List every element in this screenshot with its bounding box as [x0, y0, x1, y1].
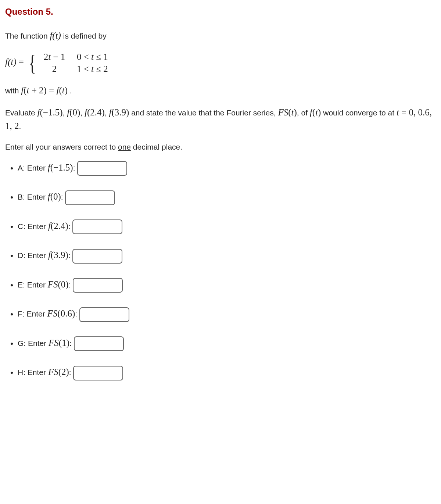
item-e-fn: FS [48, 279, 58, 289]
sep2: , [80, 108, 85, 117]
item-c-colon: : [68, 222, 73, 230]
intro-fn: f(t) [50, 31, 61, 40]
answer-item-c: C: Enter f(2.4): [18, 219, 436, 234]
item-e-colon: : [69, 280, 73, 289]
answer-item-e: E: Enter FS(0): [18, 278, 436, 293]
piecewise-row-2: 2 1 < t ≤ 2 [40, 63, 121, 75]
answer-item-b: B: Enter f(0): [18, 190, 436, 205]
sep1: , [63, 108, 67, 117]
item-d-label: D: Enter [18, 251, 48, 260]
item-g-label: G: Enter [18, 339, 49, 347]
precision-b: decimal place. [131, 143, 182, 151]
eval-text-3: , of [297, 108, 310, 117]
eval-text-4: would converge to at [321, 108, 396, 117]
item-c-label: C: Enter [18, 222, 48, 230]
periodic-suffix: . [68, 86, 72, 95]
answer-list: A: Enter f(−1.5): B: Enter f(0): C: Ente… [5, 161, 436, 380]
input-g[interactable] [74, 336, 124, 351]
item-d-fn: f [48, 250, 51, 260]
item-h-fn: FS [48, 367, 58, 377]
answer-item-f: F: Enter FS(0.6): [18, 307, 436, 322]
eval-text-5: . [19, 122, 21, 131]
precision-note: Enter all your answers correct to one de… [5, 141, 436, 153]
item-d-colon: : [68, 251, 73, 260]
precision-one: one [118, 143, 131, 151]
precision-a: Enter all your answers correct to [5, 143, 118, 151]
input-f[interactable] [79, 307, 129, 322]
piecewise-row-1: 2t − 1 0 < t ≤ 1 [40, 51, 121, 63]
eval-text-2: and state the value that the Fourier ser… [129, 108, 278, 117]
item-h-colon: : [69, 368, 74, 376]
row2-cond: 1 < t ≤ 2 [77, 63, 121, 75]
item-b-fn: f [48, 192, 50, 201]
piecewise-definition: f(t) = { 2t − 1 0 < t ≤ 1 2 1 < t ≤ 2 [5, 51, 436, 76]
row1-cond: 0 < t ≤ 1 [77, 51, 121, 63]
piecewise-rows: 2t − 1 0 < t ≤ 1 2 1 < t ≤ 2 [40, 51, 121, 76]
input-c[interactable] [72, 219, 122, 234]
piecewise-brace-group: { 2t − 1 0 < t ≤ 1 2 1 < t ≤ 2 [26, 51, 121, 76]
item-b-colon: : [61, 193, 65, 201]
left-brace-icon: { [29, 51, 36, 74]
item-a-fn: f [48, 162, 50, 172]
answer-item-d: D: Enter f(3.9): [18, 248, 436, 263]
eval-fs: FS [278, 107, 288, 117]
periodic-prefix: with [5, 86, 21, 95]
item-f-label: F: Enter [18, 310, 47, 318]
item-c-fn: f [48, 221, 51, 231]
intro-tail: is defined by [61, 32, 107, 40]
periodic-condition: with f(t + 2) = f(t) . [5, 83, 436, 97]
row1-expr: 2t − 1 [40, 51, 69, 63]
item-a-label: A: Enter [18, 164, 48, 172]
question-title: Question 5. [5, 5, 436, 18]
eval-f1: f [37, 107, 40, 117]
intro-text: The function [5, 32, 50, 40]
answer-item-h: H: Enter FS(2): [18, 365, 436, 380]
eval-teq: t [397, 107, 399, 117]
item-f-fn: FS [47, 308, 58, 318]
item-e-label: E: Enter [18, 280, 48, 289]
item-b-label: B: Enter [18, 193, 48, 201]
eval-text-1: Evaluate [5, 108, 37, 117]
sep3: , [105, 108, 109, 117]
input-e[interactable] [73, 278, 123, 293]
input-h[interactable] [73, 366, 123, 380]
answer-item-g: G: Enter FS(1): [18, 336, 436, 351]
item-h-label: H: Enter [18, 368, 48, 376]
evaluate-paragraph: Evaluate f(−1.5), f(0), f(2.4), f(3.9) a… [5, 106, 436, 133]
input-a[interactable] [77, 161, 127, 176]
item-f-colon: : [75, 310, 79, 318]
intro-paragraph: The function f(t) is defined by [5, 29, 436, 43]
row2-expr: 2 [40, 63, 69, 75]
eval-ft: f [310, 107, 312, 117]
answer-item-a: A: Enter f(−1.5): [18, 161, 436, 176]
equals-sign: = [17, 57, 26, 67]
piecewise-lhs: f(t) [5, 57, 17, 67]
eval-f3: f [85, 107, 87, 117]
item-g-colon: : [69, 339, 74, 347]
input-b[interactable] [65, 190, 115, 205]
item-g-fn: FS [49, 338, 59, 348]
item-a-colon: : [73, 164, 78, 172]
input-d[interactable] [72, 249, 122, 264]
